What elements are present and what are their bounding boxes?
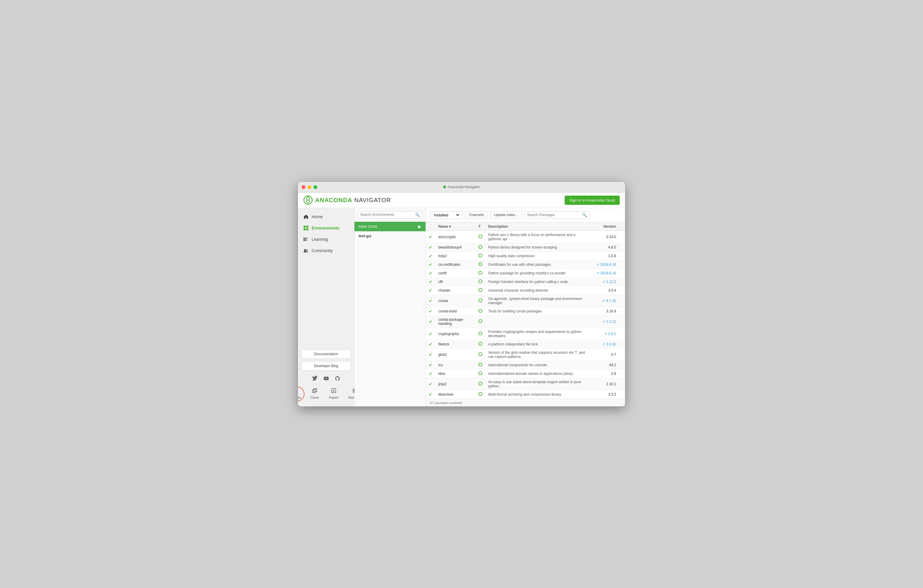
row-name-3: ca-certificates [435,260,475,269]
row-version-2: 1.0.8 [590,251,619,260]
row-check-6[interactable]: ✔ [426,286,435,295]
row-check-14[interactable]: ✔ [426,369,435,378]
packages-search-input[interactable] [527,213,581,217]
row-desc-14: Internationalized domain names in applic… [485,369,590,378]
app-body: Home Environments Learning [298,208,625,406]
anaconda-logo-icon [303,195,313,205]
row-type-5 [475,278,485,286]
col-version: Version [590,222,619,231]
twitter-icon[interactable] [311,374,319,383]
sign-in-button[interactable]: Sign in to Anaconda Cloud [565,195,620,205]
row-name-11: filelock [435,340,475,348]
col-name[interactable]: Name ▾ [435,222,475,231]
row-version-1: 4.8.0 [590,243,619,251]
svg-point-7 [304,249,306,251]
maximize-button[interactable] [314,185,317,189]
row-version-0: 0.24.0 [590,231,619,243]
row-version-13: 64.2 [590,361,619,369]
close-button[interactable] [302,185,305,189]
filter-select-input[interactable]: Installed Not installed Updatable All [433,213,460,218]
sidebar-item-environments[interactable]: Environments [298,222,354,234]
row-check-16[interactable]: ✔ [426,390,435,399]
row-name-13: icu [435,361,475,369]
row-type-14 [475,369,485,378]
sidebar-item-community[interactable]: Community [298,245,354,256]
row-version-7: ↗ 4.7.10 [590,295,619,307]
row-version-16: 3.3.3 [590,390,619,399]
env-item-base[interactable]: base (root) ▶ [355,222,425,231]
row-desc-6: Universal character encoding detector [485,286,590,295]
row-version-6: 3.0.4 [590,286,619,295]
row-name-7: conda [435,295,475,307]
row-name-4: certifi [435,269,475,278]
row-desc-9 [485,315,590,328]
row-check-3[interactable]: ✔ [426,260,435,269]
table-row: ✔ icu International components for unico… [426,361,625,369]
status-dot [443,186,446,189]
row-type-6 [475,286,485,295]
svg-rect-9 [312,389,315,393]
app-window: Anaconda Navigator ANACONDA NAVIGATOR Si… [298,182,625,406]
env-item-testgui[interactable]: test-gui [355,231,425,240]
svg-rect-2 [304,226,305,228]
create-button[interactable]: + Create [298,386,304,402]
sidebar: Home Environments Learning [298,208,355,406]
svg-rect-3 [306,226,308,228]
env-search-icon: 🔍 [415,213,420,217]
row-desc-13: International components for unicode. [485,361,590,369]
channels-button[interactable]: Channels [465,211,488,219]
minimize-button[interactable] [307,185,311,189]
row-check-11[interactable]: ✔ [426,340,435,348]
row-desc-16: Multi-format archiving and compression l… [485,390,590,399]
clone-button[interactable]: Clone [306,386,323,402]
youtube-icon[interactable] [322,374,330,383]
developer-blog-button[interactable]: Developer Blog [302,361,351,371]
filter-dropdown[interactable]: Installed Not installed Updatable All [430,211,463,219]
packages-footer: 57 packages available [426,399,625,406]
row-check-1[interactable]: ✔ [426,243,435,251]
titlebar-buttons [302,185,317,189]
row-check-4[interactable]: ✔ [426,269,435,278]
row-type-11 [475,340,485,348]
table-row: ✔ ca-certificates Certificates for use w… [426,260,625,269]
row-desc-7: Os-agnostic, system-level binary package… [485,295,590,307]
documentation-button[interactable]: Documentation [302,349,351,359]
row-type-10 [475,328,485,340]
row-name-14: idna [435,369,475,378]
row-check-2[interactable]: ✔ [426,251,435,260]
row-desc-0: Python asn.1 library with a focus on per… [485,231,590,243]
collapse-panel-button[interactable]: ‹ [424,304,429,310]
row-desc-5: Foreign function interface for python ca… [485,278,590,286]
packages-panel: Installed Not installed Updatable All Ch… [426,208,625,406]
update-index-button[interactable]: Update index... [490,211,522,219]
sidebar-item-learning[interactable]: Learning [298,234,354,245]
row-type-9 [475,315,485,328]
row-check-15[interactable]: ✔ [426,378,435,390]
table-row: ✔ libarchive Multi-format archiving and … [426,390,625,399]
row-desc-3: Certificates for use with other packages… [485,260,590,269]
row-desc-1: Python library designed for screen-scrap… [485,243,590,251]
row-name-2: bzip2 [435,251,475,260]
import-button[interactable]: Import [325,386,342,402]
row-type-12 [475,348,485,361]
home-icon [303,214,309,219]
row-type-4 [475,269,485,278]
row-version-4: ↗ 2019.6.16 [590,269,619,278]
row-name-1: beautifulsoup4 [435,243,475,251]
row-name-9: conda-package-handling [435,315,475,328]
row-name-5: cffi [435,278,475,286]
table-row: ✔ bzip2 High-quality data compressor 1.0… [426,251,625,260]
sidebar-item-home[interactable]: Home [298,211,354,222]
env-search-input[interactable] [360,213,414,217]
row-check-5[interactable]: ✔ [426,278,435,286]
row-check-10[interactable]: ✔ [426,328,435,340]
row-version-11: ↗ 3.0.10 [590,340,619,348]
row-check-0[interactable]: ✔ [426,231,435,243]
row-check-9[interactable]: ✔ [426,315,435,328]
import-icon [331,388,336,395]
row-check-12[interactable]: ✔ [426,348,435,361]
github-icon[interactable] [333,374,342,383]
logo-text: ANACONDA NAVIGATOR [315,197,391,204]
row-type-2 [475,251,485,260]
row-check-13[interactable]: ✔ [426,361,435,369]
